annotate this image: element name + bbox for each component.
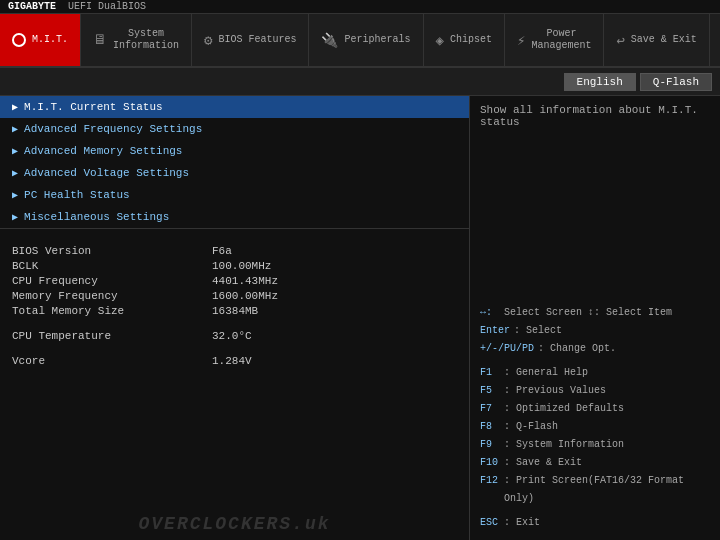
key-row-9: F10: Save & Exit — [480, 454, 710, 472]
tab-save-exit[interactable]: ↩ Save & Exit — [604, 14, 709, 66]
tab-chipset[interactable]: ◈ Chipset — [424, 14, 505, 66]
info-value-4: 16384MB — [212, 305, 258, 317]
main-content: ▶M.I.T. Current Status▶Advanced Frequenc… — [0, 96, 720, 540]
key-row-8: F9: System Information — [480, 436, 710, 454]
menu-arrow-icon: ▶ — [12, 167, 18, 179]
key-desc-5: : Previous Values — [504, 382, 606, 400]
watermark: OVERCLOCKERS.uk — [0, 510, 469, 540]
tab-mit-label: M.I.T. — [32, 34, 68, 46]
left-panel: ▶M.I.T. Current Status▶Advanced Frequenc… — [0, 96, 470, 540]
menu-item-4[interactable]: ▶PC Health Status — [0, 184, 469, 206]
menu-list: ▶M.I.T. Current Status▶Advanced Frequenc… — [0, 96, 469, 229]
info-table: BIOS VersionF6aBCLK100.00MHzCPU Frequenc… — [0, 229, 469, 510]
top-bar: GIGABYTE UEFI DualBIOS — [0, 0, 720, 14]
menu-item-label: M.I.T. Current Status — [24, 101, 163, 113]
key-row-5: F5: Previous Values — [480, 382, 710, 400]
nav-tabs: M.I.T. 🖥 SystemInformation ⚙ BIOS Featur… — [0, 14, 720, 68]
menu-item-1[interactable]: ▶Advanced Frequency Settings — [0, 118, 469, 140]
info-label-1: BCLK — [12, 260, 212, 272]
lang-bar: English Q-Flash — [0, 68, 720, 96]
bios-label: UEFI DualBIOS — [68, 1, 146, 12]
menu-item-3[interactable]: ▶Advanced Voltage Settings — [0, 162, 469, 184]
info-value-0: F6a — [212, 245, 232, 257]
mit-icon — [12, 33, 26, 47]
right-panel: Show all information about M.I.T. status… — [470, 96, 720, 540]
key-desc-10: : Print Screen(FAT16/32 Format Only) — [504, 472, 710, 508]
key-name-6: F7 — [480, 400, 500, 418]
menu-arrow-icon: ▶ — [12, 145, 18, 157]
menu-item-2[interactable]: ▶Advanced Memory Settings — [0, 140, 469, 162]
menu-item-label: Advanced Memory Settings — [24, 145, 182, 157]
tab-mit[interactable]: M.I.T. — [0, 14, 81, 66]
key-row-12: ESC: Exit — [480, 514, 710, 532]
info-label-6: CPU Temperature — [12, 330, 212, 342]
tab-system-information[interactable]: 🖥 SystemInformation — [81, 14, 192, 66]
power-icon: ⚡ — [517, 32, 525, 49]
info-row-3: Memory Frequency1600.00MHz — [12, 290, 457, 302]
key-name-10: F12 — [480, 472, 500, 508]
qflash-button[interactable]: Q-Flash — [640, 73, 712, 91]
key-desc-12: : Exit — [504, 514, 540, 532]
menu-arrow-icon: ▶ — [12, 123, 18, 135]
tab-power-label: PowerManagement — [531, 28, 591, 52]
menu-item-0[interactable]: ▶M.I.T. Current Status — [0, 96, 469, 118]
menu-arrow-icon: ▶ — [12, 211, 18, 223]
menu-item-5[interactable]: ▶Miscellaneous Settings — [0, 206, 469, 228]
tab-peripherals[interactable]: 🔌 Peripherals — [309, 14, 423, 66]
info-label-4: Total Memory Size — [12, 305, 212, 317]
menu-item-label: Miscellaneous Settings — [24, 211, 169, 223]
tab-bios-features-label: BIOS Features — [218, 34, 296, 46]
key-row-7: F8: Q-Flash — [480, 418, 710, 436]
system-info-icon: 🖥 — [93, 32, 107, 48]
tab-chipset-label: Chipset — [450, 34, 492, 46]
english-button[interactable]: English — [564, 73, 636, 91]
key-row-6: F7: Optimized Defaults — [480, 400, 710, 418]
key-desc-7: : Q-Flash — [504, 418, 558, 436]
tab-system-info-label: SystemInformation — [113, 28, 179, 52]
info-row-2: CPU Frequency4401.43MHz — [12, 275, 457, 287]
key-row-2: +/-/PU/PD: Change Opt. — [480, 340, 710, 358]
key-desc-9: : Save & Exit — [504, 454, 582, 472]
tab-power-management[interactable]: ⚡ PowerManagement — [505, 14, 604, 66]
menu-item-label: Advanced Frequency Settings — [24, 123, 202, 135]
hint-text: Show all information about M.I.T. status — [480, 104, 710, 128]
key-desc-8: : System Information — [504, 436, 624, 454]
brand-label: GIGABYTE — [8, 1, 56, 12]
save-icon: ↩ — [616, 32, 624, 49]
key-name-12: ESC — [480, 514, 500, 532]
info-row-8: Vcore1.284V — [12, 355, 457, 367]
key-desc-4: : General Help — [504, 364, 588, 382]
info-value-6: 32.0°C — [212, 330, 252, 342]
menu-arrow-icon: ▶ — [12, 189, 18, 201]
info-label-2: CPU Frequency — [12, 275, 212, 287]
info-value-3: 1600.00MHz — [212, 290, 278, 302]
menu-arrow-icon: ▶ — [12, 101, 18, 113]
info-label-0: BIOS Version — [12, 245, 212, 257]
info-value-2: 4401.43MHz — [212, 275, 278, 287]
key-name-5: F5 — [480, 382, 500, 400]
key-desc-2: : Change Opt. — [538, 340, 616, 358]
key-row-10: F12: Print Screen(FAT16/32 Format Only) — [480, 472, 710, 508]
menu-item-label: PC Health Status — [24, 189, 130, 201]
key-name-9: F10 — [480, 454, 500, 472]
info-spacer-7 — [12, 345, 457, 355]
key-name-4: F1 — [480, 364, 500, 382]
key-desc-0: Select Screen ↕: Select Item — [504, 304, 672, 322]
key-desc-1: : Select — [514, 322, 562, 340]
key-help: ↔:Select Screen ↕: Select ItemEnter: Sel… — [480, 304, 710, 532]
key-name-2: +/-/PU/PD — [480, 340, 534, 358]
key-name-1: Enter — [480, 322, 510, 340]
info-value-1: 100.00MHz — [212, 260, 271, 272]
info-row-6: CPU Temperature32.0°C — [12, 330, 457, 342]
key-name-8: F9 — [480, 436, 500, 454]
key-row-4: F1: General Help — [480, 364, 710, 382]
tab-bios-features[interactable]: ⚙ BIOS Features — [192, 14, 309, 66]
chipset-icon: ◈ — [436, 32, 444, 49]
info-label-8: Vcore — [12, 355, 212, 367]
key-row-1: Enter: Select — [480, 322, 710, 340]
tab-peripherals-label: Peripherals — [344, 34, 410, 46]
info-value-8: 1.284V — [212, 355, 252, 367]
menu-item-label: Advanced Voltage Settings — [24, 167, 189, 179]
info-row-1: BCLK100.00MHz — [12, 260, 457, 272]
bios-features-icon: ⚙ — [204, 32, 212, 49]
